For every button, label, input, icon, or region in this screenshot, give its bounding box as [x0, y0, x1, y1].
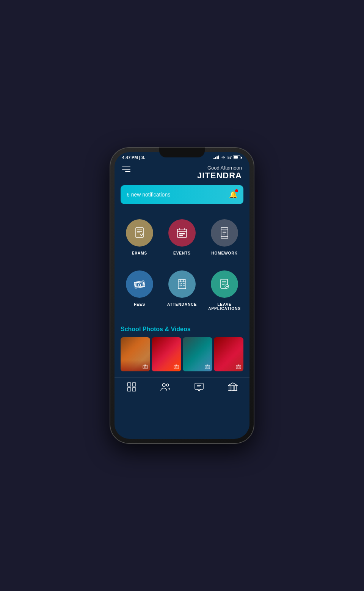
svg-line-28 — [180, 283, 182, 284]
app-screen: Good Afternoon JITENDRA 6 new notificati… — [115, 161, 249, 434]
menu-item-events[interactable]: EVENTS — [161, 212, 203, 263]
leave-applications-label: LEAVEAPPLICATIONS — [208, 302, 241, 311]
photo-thumb-1[interactable] — [121, 337, 150, 371]
svg-rect-53 — [127, 383, 131, 386]
homework-icon — [218, 226, 231, 240]
signal-icon — [213, 156, 219, 159]
menu-item-leave-applications[interactable]: LEAVEAPPLICATIONS — [203, 263, 246, 318]
battery-percent: 57 — [228, 156, 232, 160]
nav-messages[interactable] — [194, 382, 204, 392]
fees-label: FEES — [134, 302, 145, 307]
notch — [159, 148, 205, 157]
greeting-text: Good Afternoon — [197, 165, 242, 171]
photos-title: School Photos & Videos — [121, 326, 243, 333]
svg-rect-59 — [195, 383, 203, 389]
svg-rect-54 — [132, 383, 136, 386]
photo-thumb-4[interactable] — [214, 337, 243, 371]
svg-rect-12 — [181, 235, 183, 236]
attendance-icon-circle — [168, 270, 196, 298]
menu-item-attendance[interactable]: ATTENDANCE — [161, 263, 203, 318]
svg-line-30 — [180, 285, 182, 286]
header: Good Afternoon JITENDRA — [115, 161, 249, 185]
events-icon — [175, 226, 189, 240]
svg-line-27 — [180, 283, 180, 284]
svg-rect-63 — [229, 386, 231, 391]
chat-icon — [194, 382, 204, 392]
svg-marker-62 — [228, 383, 237, 386]
svg-rect-56 — [132, 388, 136, 391]
notification-dot — [235, 189, 238, 192]
menu-item-fees[interactable]: FEES — [118, 263, 161, 318]
svg-rect-47 — [205, 365, 210, 369]
school-icon — [228, 382, 238, 392]
svg-rect-41 — [143, 365, 147, 369]
status-time-carrier: 4:47 PM | S. — [122, 155, 145, 160]
svg-rect-44 — [174, 365, 179, 369]
grid-icon — [126, 382, 137, 392]
exams-icon-circle — [126, 219, 153, 247]
attendance-label: ATTENDANCE — [167, 302, 197, 307]
status-carrier: S. — [141, 155, 145, 160]
wifi-icon — [221, 156, 226, 159]
nav-home[interactable] — [126, 382, 137, 392]
leave-icon — [218, 277, 231, 291]
svg-rect-0 — [136, 228, 143, 237]
leave-icon-circle — [211, 270, 238, 298]
photos-section: School Photos & Videos — [115, 322, 249, 377]
photo-icon-3 — [205, 365, 210, 369]
exams-label: EXAMS — [132, 251, 147, 255]
svg-rect-50 — [236, 365, 241, 369]
menu-item-homework[interactable]: HOMEWORK — [203, 212, 246, 263]
svg-rect-8 — [179, 233, 181, 234]
svg-rect-11 — [179, 235, 181, 236]
svg-rect-65 — [235, 386, 237, 391]
status-time: 4:47 PM — [122, 155, 138, 160]
fees-icon — [133, 277, 146, 291]
svg-point-57 — [162, 384, 165, 387]
notification-text: 6 new notifications — [127, 192, 170, 198]
svg-rect-64 — [232, 386, 234, 391]
svg-rect-9 — [181, 233, 183, 234]
photo-icon-4 — [236, 365, 241, 369]
battery-icon: 57 — [228, 156, 242, 160]
photo-thumb-3[interactable] — [183, 337, 212, 371]
svg-rect-10 — [183, 233, 185, 234]
svg-point-58 — [166, 384, 169, 386]
attendance-icon — [175, 277, 189, 291]
menu-grid: EXAMS — [115, 212, 249, 318]
menu-item-exams[interactable]: EXAMS — [118, 212, 161, 263]
username-text: JITENDRA — [197, 171, 242, 181]
svg-point-45 — [176, 366, 177, 368]
nav-family[interactable] — [160, 382, 171, 392]
photo-icon — [143, 365, 148, 369]
svg-point-42 — [144, 366, 146, 368]
status-icons: 57 — [213, 156, 242, 160]
events-label: EVENTS — [173, 251, 191, 255]
exams-icon — [133, 226, 146, 240]
nav-school[interactable] — [228, 382, 238, 392]
photos-grid — [121, 337, 243, 371]
svg-rect-55 — [127, 388, 131, 391]
bell-icon: 🔔 — [229, 190, 237, 199]
fees-icon-circle — [126, 270, 153, 298]
svg-point-22 — [138, 284, 141, 286]
bottom-nav — [115, 377, 249, 398]
photo-icon-2 — [174, 365, 179, 369]
svg-rect-20 — [135, 282, 144, 287]
hamburger-menu[interactable] — [122, 167, 130, 172]
photo-thumb-2[interactable] — [152, 337, 181, 371]
events-icon-circle — [168, 219, 196, 247]
svg-rect-23 — [178, 280, 186, 289]
svg-point-51 — [238, 366, 240, 368]
homework-label: HOMEWORK — [211, 251, 238, 255]
header-greeting: Good Afternoon JITENDRA — [197, 165, 242, 181]
phone-screen: 4:47 PM | S. 57 — [115, 152, 249, 439]
notification-bar[interactable]: 6 new notifications 🔔 — [121, 185, 243, 204]
homework-icon-circle — [211, 219, 238, 247]
people-icon — [160, 382, 171, 392]
svg-line-29 — [180, 285, 180, 286]
svg-point-48 — [207, 366, 209, 368]
phone-frame: 4:47 PM | S. 57 — [110, 148, 254, 443]
